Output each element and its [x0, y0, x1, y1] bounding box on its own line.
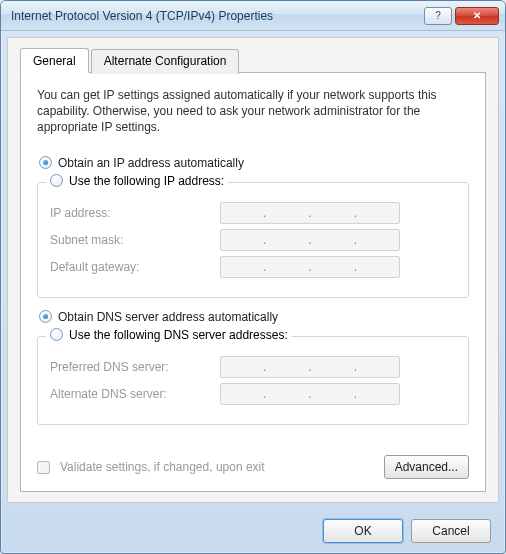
input-alternate-dns[interactable]: ... [220, 383, 400, 405]
group-ip-manual: Use the following IP address: IP address… [37, 182, 469, 298]
input-default-gateway[interactable]: ... [220, 256, 400, 278]
label-subnet-mask: Subnet mask: [50, 233, 220, 247]
window-title: Internet Protocol Version 4 (TCP/IPv4) P… [11, 9, 424, 23]
radio-label: Obtain DNS server address automatically [58, 310, 278, 324]
dialog-window: Internet Protocol Version 4 (TCP/IPv4) P… [0, 0, 506, 554]
tab-label: Alternate Configuration [104, 54, 227, 68]
radio-use-following-dns[interactable]: Use the following DNS server addresses: [46, 328, 292, 342]
radio-use-following-ip[interactable]: Use the following IP address: [46, 174, 228, 188]
help-button[interactable]: ? [424, 7, 452, 25]
label-preferred-dns: Preferred DNS server: [50, 360, 220, 374]
radio-indicator-icon [39, 156, 52, 169]
radio-obtain-ip-auto[interactable]: Obtain an IP address automatically [39, 156, 469, 170]
tabstrip: General Alternate Configuration [20, 48, 486, 73]
tab-page-general: You can get IP settings assigned automat… [20, 72, 486, 492]
close-icon: ✕ [473, 10, 481, 21]
radio-indicator-icon [39, 310, 52, 323]
close-button[interactable]: ✕ [455, 7, 499, 25]
bottom-row: Validate settings, if changed, upon exit… [37, 455, 469, 479]
tab-general[interactable]: General [20, 48, 89, 73]
button-label: OK [354, 524, 371, 538]
radio-label: Use the following DNS server addresses: [69, 328, 288, 342]
group-dns-manual: Use the following DNS server addresses: … [37, 336, 469, 425]
label-ip-address: IP address: [50, 206, 220, 220]
label-validate-settings: Validate settings, if changed, upon exit [60, 460, 265, 474]
tab-alternate-configuration[interactable]: Alternate Configuration [91, 49, 240, 74]
input-subnet-mask[interactable]: ... [220, 229, 400, 251]
input-ip-address[interactable]: ... [220, 202, 400, 224]
advanced-button[interactable]: Advanced... [384, 455, 469, 479]
field-preferred-dns: Preferred DNS server: ... [50, 356, 456, 378]
button-label: Advanced... [395, 460, 458, 474]
label-alternate-dns: Alternate DNS server: [50, 387, 220, 401]
intro-text: You can get IP settings assigned automat… [37, 87, 469, 136]
radio-obtain-dns-auto[interactable]: Obtain DNS server address automatically [39, 310, 469, 324]
field-subnet-mask: Subnet mask: ... [50, 229, 456, 251]
tab-label: General [33, 54, 76, 68]
input-preferred-dns[interactable]: ... [220, 356, 400, 378]
label-default-gateway: Default gateway: [50, 260, 220, 274]
cancel-button[interactable]: Cancel [411, 519, 491, 543]
ok-button[interactable]: OK [323, 519, 403, 543]
client-area: General Alternate Configuration You can … [7, 37, 499, 503]
titlebar[interactable]: Internet Protocol Version 4 (TCP/IPv4) P… [1, 1, 505, 31]
dialog-buttons: OK Cancel [1, 509, 505, 553]
window-buttons: ? ✕ [424, 7, 499, 25]
field-ip-address: IP address: ... [50, 202, 456, 224]
radio-indicator-icon [50, 174, 63, 187]
field-default-gateway: Default gateway: ... [50, 256, 456, 278]
checkbox-validate-settings[interactable] [37, 461, 50, 474]
help-icon: ? [435, 10, 441, 21]
radio-label: Use the following IP address: [69, 174, 224, 188]
field-alternate-dns: Alternate DNS server: ... [50, 383, 456, 405]
radio-label: Obtain an IP address automatically [58, 156, 244, 170]
radio-indicator-icon [50, 328, 63, 341]
button-label: Cancel [432, 524, 469, 538]
